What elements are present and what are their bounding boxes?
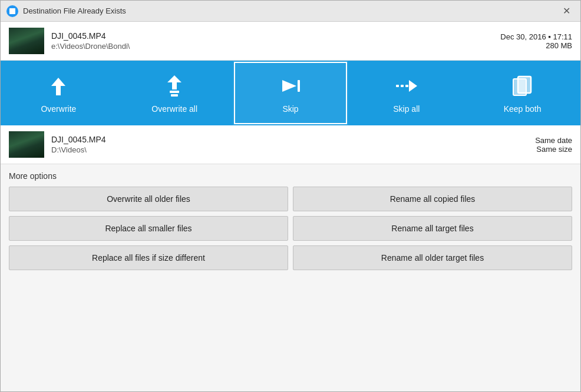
source-file-info: DJI_0045.MP4 e:\Videos\Drone\Bondi\ [51, 31, 500, 51]
dest-file-meta: Same date Same size [535, 136, 572, 154]
skip-button[interactable]: Skip [233, 61, 349, 125]
action-bar: Overwrite Overwrite all Skip [1, 61, 580, 125]
source-thumbnail [9, 28, 44, 54]
source-file-row: DJI_0045.MP4 e:\Videos\Drone\Bondi\ Dec … [1, 22, 580, 61]
svg-marker-2 [167, 75, 181, 89]
dest-file-path: D:\Videos\ [51, 145, 535, 154]
skip-all-icon [394, 73, 420, 104]
more-options-label: More options [9, 171, 572, 181]
svg-marker-5 [282, 80, 296, 92]
svg-marker-1 [51, 78, 65, 95]
skip-all-button[interactable]: Skip all [348, 61, 464, 125]
svg-rect-7 [396, 85, 399, 87]
overwrite-button[interactable]: Overwrite [1, 61, 117, 125]
more-options-section: More options Overwrite all older files R… [1, 164, 580, 274]
dialog-title: Destination File Already Exists [23, 6, 558, 15]
dest-thumbnail [9, 131, 44, 158]
svg-rect-4 [171, 94, 178, 97]
dest-file-row: DJI_0045.MP4 D:\Videos\ Same date Same s… [1, 125, 580, 164]
replace-smaller-button[interactable]: Replace all smaller files [9, 216, 288, 241]
keep-both-button[interactable]: Keep both [464, 61, 580, 125]
overwrite-label: Overwrite [41, 104, 76, 114]
rename-older-target-button[interactable]: Rename all older target files [293, 245, 572, 270]
svg-rect-13 [518, 77, 531, 93]
close-button[interactable]: ✕ [558, 4, 575, 18]
overwrite-icon [45, 73, 71, 104]
source-file-size: 280 MB [500, 41, 572, 50]
overwrite-all-button[interactable]: Overwrite all [117, 61, 233, 125]
source-file-name: DJI_0045.MP4 [51, 31, 500, 41]
replace-size-diff-button[interactable]: Replace all files if size different [9, 245, 288, 270]
svg-rect-0 [9, 8, 15, 14]
dest-file-name: DJI_0045.MP4 [51, 135, 535, 144]
overwrite-all-label: Overwrite all [151, 104, 197, 114]
skip-icon [278, 73, 303, 104]
svg-rect-3 [170, 91, 179, 93]
svg-rect-8 [401, 85, 404, 87]
source-file-date: Dec 30, 2016 ▪ 17:11 [500, 32, 572, 41]
overwrite-all-icon [161, 73, 187, 104]
svg-rect-6 [298, 80, 300, 92]
svg-marker-10 [409, 80, 417, 92]
rename-target-button[interactable]: Rename all target files [293, 216, 572, 241]
keep-both-label: Keep both [504, 104, 542, 114]
dest-file-size: Same size [535, 145, 572, 154]
rename-copied-button[interactable]: Rename all copied files [293, 187, 572, 211]
skip-all-label: Skip all [393, 104, 420, 114]
dialog: Destination File Already Exists ✕ DJI_00… [0, 0, 581, 392]
keep-both-icon [510, 73, 536, 104]
app-icon [6, 5, 18, 17]
overwrite-older-button[interactable]: Overwrite all older files [9, 187, 288, 211]
source-file-meta: Dec 30, 2016 ▪ 17:11 280 MB [500, 32, 572, 50]
skip-label: Skip [282, 104, 298, 114]
source-file-path: e:\Videos\Drone\Bondi\ [51, 42, 500, 51]
dest-file-date: Same date [535, 136, 572, 145]
dest-file-info: DJI_0045.MP4 D:\Videos\ [51, 135, 535, 154]
svg-rect-9 [405, 85, 408, 87]
options-grid: Overwrite all older files Rename all cop… [9, 187, 572, 270]
title-bar: Destination File Already Exists ✕ [1, 1, 580, 22]
